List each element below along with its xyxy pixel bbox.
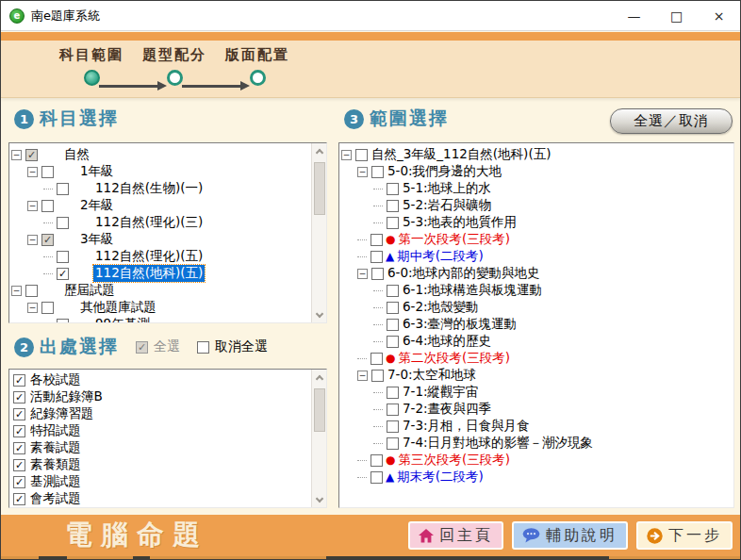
- source-item-checkbox[interactable]: ✓: [13, 425, 25, 437]
- tree-node[interactable]: ▲期末考(二段考): [341, 469, 733, 486]
- tree-node-label[interactable]: 7-4:日月對地球的影響－潮汐現象: [401, 435, 595, 452]
- tree-node[interactable]: ●第三次段考(三段考): [341, 452, 733, 469]
- collapse-icon[interactable]: −: [357, 371, 368, 381]
- tree-node[interactable]: −7-0:太空和地球: [341, 367, 733, 384]
- tree-node[interactable]: −自然_3年級_112自然(地科)(五): [341, 146, 733, 163]
- tree-checkbox[interactable]: [41, 200, 54, 212]
- scrollbar[interactable]: [311, 370, 326, 507]
- tree-node[interactable]: 6-4:地球的歷史: [341, 333, 733, 350]
- minimize-button[interactable]: —: [613, 1, 655, 30]
- source-item-checkbox[interactable]: ✓: [13, 476, 25, 488]
- scroll-up-button[interactable]: [312, 370, 327, 385]
- tree-node[interactable]: 5-2:岩石與礦物: [341, 197, 733, 214]
- tree-node[interactable]: −歷屆試題: [11, 282, 310, 299]
- source-item-checkbox[interactable]: ✓: [13, 408, 25, 420]
- source-list-item[interactable]: ✓紀錄簿習題: [11, 405, 310, 422]
- tree-checkbox[interactable]: [387, 217, 399, 229]
- scroll-up-button[interactable]: [312, 143, 327, 158]
- source-item-checkbox[interactable]: ✓: [13, 442, 25, 454]
- step-circle[interactable]: [167, 70, 183, 86]
- tree-node-label[interactable]: 期末考(二段考): [395, 469, 486, 486]
- select-all-checkbox[interactable]: ✓: [136, 341, 148, 354]
- source-item-checkbox[interactable]: ✓: [13, 391, 25, 404]
- source-list-item[interactable]: ✓會考試題: [11, 490, 310, 507]
- tree-node[interactable]: −2年級: [11, 197, 310, 214]
- tree-node-label[interactable]: 6-0:地球內部的變動與地史: [386, 265, 542, 282]
- tree-checkbox[interactable]: [387, 319, 399, 331]
- source-list-item[interactable]: ✓素養類題: [11, 456, 310, 473]
- tree-node-label[interactable]: 第三次段考(三段考): [396, 452, 512, 469]
- collapse-icon[interactable]: −: [27, 303, 38, 313]
- tree-checkbox[interactable]: [41, 166, 54, 178]
- tree-node[interactable]: 7-1:縱觀宇宙: [341, 384, 733, 401]
- tree-node[interactable]: 5-3:地表的地質作用: [341, 214, 733, 231]
- scroll-down-button[interactable]: [312, 492, 327, 507]
- select-all-toggle-button[interactable]: 全選／取消: [610, 108, 733, 134]
- collapse-icon[interactable]: −: [357, 269, 368, 279]
- tree-node[interactable]: 112自然(生物)(一): [11, 180, 310, 197]
- tree-node-label[interactable]: 自然_3年級_112自然(地科)(五): [370, 146, 552, 163]
- scroll-down-button[interactable]: [312, 307, 327, 322]
- tree-node[interactable]: −1年級: [11, 163, 310, 180]
- tree-checkbox[interactable]: [387, 404, 399, 416]
- tree-checkbox[interactable]: [370, 234, 383, 246]
- step-circle[interactable]: [250, 70, 266, 86]
- tree-node-label[interactable]: 5-0:我們身邊的大地: [386, 163, 503, 180]
- tree-node-label[interactable]: 第一次段考(三段考): [396, 231, 512, 248]
- tree-checkbox[interactable]: [387, 387, 399, 399]
- tree-node-label[interactable]: 其他題庫試題: [78, 299, 158, 316]
- tree-checkbox[interactable]: [387, 437, 399, 450]
- tree-node-label[interactable]: 5-3:地表的地質作用: [401, 214, 519, 231]
- source-list-item[interactable]: ✓活動紀錄簿B: [11, 388, 310, 405]
- tree-node-label[interactable]: 6-1:地球構造與板塊運動: [401, 282, 544, 299]
- tree-node-label[interactable]: 5-2:岩石與礦物: [401, 197, 493, 214]
- tree-node-label[interactable]: 7-3:月相，日食與月食: [401, 418, 532, 435]
- collapse-icon[interactable]: −: [27, 167, 38, 177]
- tree-checkbox[interactable]: ✓: [25, 149, 38, 161]
- home-button[interactable]: 回主頁: [408, 521, 503, 550]
- deselect-all-control[interactable]: 取消全選: [197, 338, 268, 355]
- tree-node[interactable]: 112自然(理化)(三): [11, 214, 310, 231]
- tree-checkbox[interactable]: [387, 183, 399, 195]
- tree-node[interactable]: 7-3:月相，日食與月食: [341, 418, 733, 435]
- tree-checkbox[interactable]: [370, 251, 383, 263]
- tree-node[interactable]: −6-0:地球內部的變動與地史: [341, 265, 733, 282]
- tree-node-label[interactable]: 2年級: [78, 197, 116, 214]
- source-list-item[interactable]: ✓特招試題: [11, 422, 310, 439]
- tree-node-label[interactable]: 112自然(生物)(一): [93, 180, 205, 197]
- tree-node-label[interactable]: 5-1:地球上的水: [401, 180, 493, 197]
- tree-node-label[interactable]: 6-4:地球的歷史: [401, 333, 493, 350]
- scroll-thumb[interactable]: [314, 388, 325, 432]
- tree-checkbox[interactable]: [57, 217, 69, 229]
- tree-checkbox[interactable]: [387, 420, 399, 433]
- source-item-checkbox[interactable]: ✓: [13, 493, 25, 505]
- tree-checkbox[interactable]: [370, 353, 383, 365]
- deselect-all-checkbox[interactable]: [197, 341, 209, 354]
- tree-node[interactable]: 6-3:臺灣的板塊運動: [341, 316, 733, 333]
- tree-node-label[interactable]: 7-0:太空和地球: [386, 367, 478, 384]
- tree-node-label[interactable]: 期中考(二段考): [395, 248, 486, 265]
- close-button[interactable]: ×: [698, 1, 740, 30]
- tree-checkbox[interactable]: [387, 302, 399, 314]
- tree-node[interactable]: 99年基測: [11, 316, 310, 322]
- subject-tree[interactable]: −✓自然−1年級112自然(生物)(一)−2年級112自然(理化)(三)−✓3年…: [9, 143, 310, 322]
- tree-checkbox[interactable]: [371, 166, 384, 178]
- tree-checkbox[interactable]: [57, 183, 69, 195]
- collapse-icon[interactable]: −: [11, 286, 22, 296]
- source-list-item[interactable]: ✓基測試題: [11, 473, 310, 490]
- tree-node[interactable]: ●第一次段考(三段考): [341, 231, 733, 248]
- tree-checkbox[interactable]: ✓: [41, 234, 54, 246]
- tree-node-label[interactable]: 112自然(理化)(三): [93, 214, 205, 231]
- select-all-control[interactable]: ✓ 全選: [136, 338, 180, 355]
- tree-node[interactable]: 7-2:晝夜與四季: [341, 401, 733, 418]
- scroll-thumb[interactable]: [314, 162, 325, 215]
- tree-checkbox[interactable]: [370, 454, 383, 467]
- maximize-button[interactable]: □: [655, 1, 698, 30]
- tree-node[interactable]: ✓112自然(地科)(五): [11, 265, 310, 282]
- tree-checkbox[interactable]: [370, 471, 383, 484]
- source-item-checkbox[interactable]: ✓: [13, 459, 25, 471]
- tree-checkbox[interactable]: [57, 251, 69, 263]
- tree-checkbox[interactable]: [387, 200, 399, 212]
- scope-tree[interactable]: −自然_3年級_112自然(地科)(五)−5-0:我們身邊的大地5-1:地球上的…: [339, 143, 733, 507]
- tree-node[interactable]: 6-1:地球構造與板塊運動: [341, 282, 733, 299]
